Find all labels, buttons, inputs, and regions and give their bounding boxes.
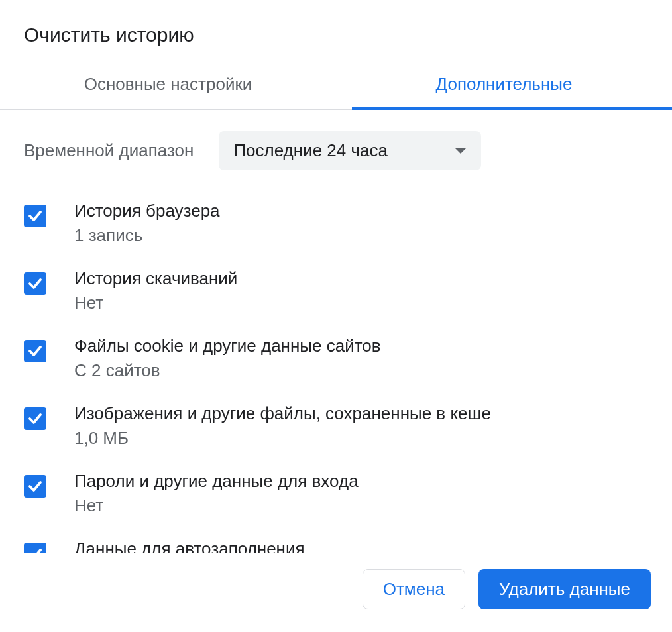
dialog-footer: Отмена Удалить данные (0, 553, 672, 632)
list-item: История скачиваний Нет (24, 268, 648, 313)
item-sub: 1,0 МБ (74, 428, 491, 448)
clear-data-button[interactable]: Удалить данные (478, 569, 651, 609)
clear-browsing-data-dialog: Очистить историю Основные настройки Допо… (0, 0, 672, 632)
item-sub: Нет (74, 496, 359, 516)
check-icon (27, 546, 43, 553)
list-item: Данные для автозаполнения (24, 539, 648, 553)
item-sub: 1 запись (74, 225, 220, 246)
list-item: Пароли и другие данные для входа Нет (24, 471, 648, 516)
dialog-title: Очистить историю (0, 0, 672, 62)
time-range-select[interactable]: Последние 24 часа (219, 131, 481, 170)
item-texts: Пароли и другие данные для входа Нет (74, 471, 359, 516)
list-item: Изображения и другие файлы, сохраненные … (24, 403, 648, 448)
list-item: Файлы cookie и другие данные сайтов С 2 … (24, 336, 648, 381)
list-item: История браузера 1 запись (24, 201, 648, 246)
time-range-row: Временной диапазон Последние 24 часа (24, 110, 648, 189)
time-range-value: Последние 24 часа (233, 140, 388, 161)
item-texts: История браузера 1 запись (74, 201, 220, 246)
checkbox-cookies[interactable] (24, 340, 46, 362)
item-sub: Нет (74, 293, 237, 313)
item-title: История скачиваний (74, 268, 237, 289)
item-title: Пароли и другие данные для входа (74, 471, 359, 492)
time-range-label: Временной диапазон (24, 140, 194, 161)
check-icon (27, 478, 43, 494)
tab-advanced[interactable]: Дополнительные (336, 62, 672, 109)
check-icon (27, 276, 43, 291)
item-texts: Файлы cookie и другие данные сайтов С 2 … (74, 336, 381, 381)
check-icon (27, 343, 43, 359)
item-texts: Данные для автозаполнения (74, 539, 305, 553)
tab-basic[interactable]: Основные настройки (0, 62, 336, 109)
dialog-content: Временной диапазон Последние 24 часа Ист… (0, 110, 672, 553)
checkbox-cached-images[interactable] (24, 407, 46, 430)
item-sub: С 2 сайтов (74, 360, 381, 381)
items-list: История браузера 1 запись История скачив… (24, 189, 648, 553)
item-texts: Изображения и другие файлы, сохраненные … (74, 403, 491, 448)
item-title: История браузера (74, 201, 220, 221)
item-texts: История скачиваний Нет (74, 268, 237, 313)
item-title: Данные для автозаполнения (74, 539, 305, 553)
chevron-down-icon (455, 148, 467, 154)
checkbox-autofill[interactable] (24, 543, 46, 553)
check-icon (27, 208, 43, 224)
tabs: Основные настройки Дополнительные (0, 62, 672, 110)
item-title: Файлы cookie и другие данные сайтов (74, 336, 381, 356)
cancel-button[interactable]: Отмена (363, 569, 465, 609)
checkbox-passwords[interactable] (24, 475, 46, 498)
check-icon (27, 411, 43, 427)
checkbox-browsing-history[interactable] (24, 205, 46, 227)
item-title: Изображения и другие файлы, сохраненные … (74, 403, 491, 424)
checkbox-download-history[interactable] (24, 272, 46, 295)
